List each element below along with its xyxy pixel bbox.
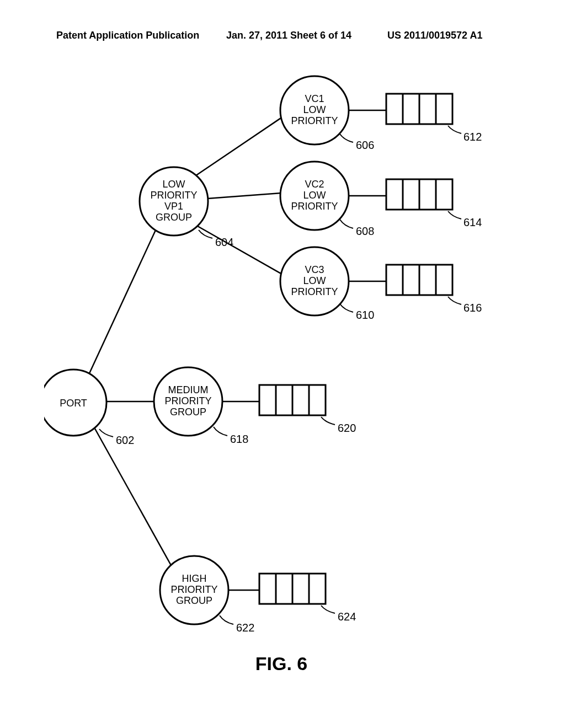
label-vc1-1: LOW (303, 104, 326, 115)
svg-line-4 (207, 193, 281, 199)
label-vc3-1: LOW (303, 275, 326, 286)
label-low-group-1: PRIORITY (150, 190, 197, 201)
ref-620: 620 (338, 422, 356, 434)
label-medium-0: MEDIUM (168, 384, 209, 395)
queue-612 (386, 94, 452, 124)
label-high-2: GROUP (176, 595, 212, 606)
header-publication: Patent Application Publication (56, 30, 199, 41)
header-sheet: Jan. 27, 2011 Sheet 6 of 14 (226, 30, 351, 41)
diagram-svg: PORT LOW PRIORITY VP1 GROUP VC1 LOW PRIO… (44, 72, 519, 678)
queue-616 (386, 265, 452, 295)
svg-line-3 (190, 116, 284, 179)
label-high-1: PRIORITY (170, 584, 217, 595)
ref-616: 616 (463, 302, 482, 314)
label-high-0: HIGH (182, 573, 207, 584)
queue-624 (259, 574, 326, 604)
label-low-group-3: GROUP (156, 212, 192, 223)
label-vc3-2: PRIORITY (291, 286, 338, 297)
ref-608: 608 (356, 225, 374, 237)
header-pubnum: US 2011/0019572 A1 (387, 30, 482, 41)
figure-label: FIG. 6 (255, 653, 307, 674)
label-port: PORT (60, 398, 87, 409)
label-vc2-0: VC2 (305, 179, 324, 190)
label-low-group-2: VP1 (164, 201, 183, 212)
ref-604: 604 (215, 236, 233, 248)
node-circles (44, 76, 349, 624)
queue-rects (259, 94, 452, 604)
svg-line-5 (198, 226, 290, 279)
label-vc3-0: VC3 (305, 264, 324, 275)
ref-622: 622 (236, 622, 254, 634)
page-container: Patent Application Publication Jan. 27, … (0, 0, 565, 728)
label-vc2-1: LOW (303, 190, 326, 201)
ref-610: 610 (356, 309, 374, 321)
svg-line-0 (86, 221, 160, 382)
ref-618: 618 (230, 433, 248, 445)
queue-614 (386, 179, 452, 210)
queue-620 (259, 385, 326, 415)
ref-602: 602 (116, 434, 134, 446)
label-low-group-0: LOW (162, 179, 185, 190)
ref-612: 612 (463, 131, 482, 143)
label-medium-1: PRIORITY (164, 395, 211, 406)
label-vc1-0: VC1 (305, 93, 324, 104)
ref-624: 624 (338, 611, 356, 623)
ref-606: 606 (356, 139, 374, 151)
label-medium-2: GROUP (170, 406, 206, 417)
label-vc1-2: PRIORITY (291, 115, 338, 126)
ref-614: 614 (463, 216, 482, 228)
label-vc2-2: PRIORITY (291, 201, 338, 212)
